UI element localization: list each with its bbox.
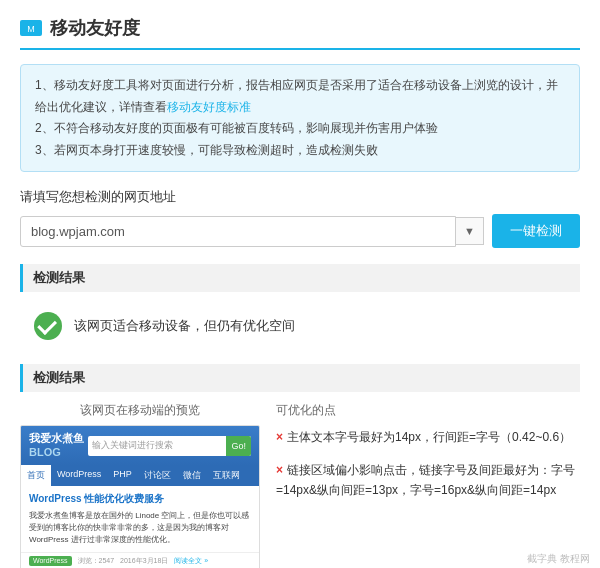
notice-line-1: 1、移动友好度工具将对页面进行分析，报告相应网页是否采用了适合在移动设备上浏览的… xyxy=(35,75,565,118)
check-button[interactable]: 一键检测 xyxy=(492,214,580,248)
notice-link[interactable]: 移动友好度标准 xyxy=(167,100,251,114)
ok-icon xyxy=(34,312,62,340)
preview-search-btn: Go! xyxy=(226,436,251,456)
preview-article-body: 我爱水煮鱼博客是放在国外的 Linode 空间上，但是你也可以感受到的博客比你的… xyxy=(29,510,251,546)
preview-meta1: 浏览：2547 xyxy=(78,556,115,566)
optimize-item-0: 主体文本字号最好为14px，行间距=字号（0.42~0.6） xyxy=(276,427,580,447)
preview-header-bar: 我爱水煮鱼 BLOG 输入关键词进行搜索 Go! xyxy=(21,426,259,464)
preview-search-input-text: 输入关键词进行搜索 xyxy=(88,439,226,452)
result-row: 该网页适合移动设备，但仍有优化空间 xyxy=(20,302,580,350)
title-icon: M xyxy=(20,20,42,36)
page-title: 移动友好度 xyxy=(50,16,140,40)
preview-nav-item-1: WordPress xyxy=(51,465,107,486)
detail-section-header: 检测结果 xyxy=(20,364,580,392)
preview-nav-item-4: 微信 xyxy=(177,465,207,486)
url-dropdown-arrow[interactable]: ▼ xyxy=(456,217,484,245)
notice-line-3: 3、若网页本身打开速度较慢，可能导致检测超时，造成检测失败 xyxy=(35,140,565,162)
page-title-row: M 移动友好度 xyxy=(20,16,580,50)
url-input[interactable] xyxy=(20,216,456,247)
preview-nav: 首页 WordPress PHP 讨论区 微信 互联网 xyxy=(21,465,259,486)
notice-box: 1、移动友好度工具将对页面进行分析，报告相应网页是否采用了适合在移动设备上浏览的… xyxy=(20,64,580,172)
input-label: 请填写您想检测的网页地址 xyxy=(20,188,580,206)
preview-footer-bar: WordPress 浏览：2547 2016年3月18日 阅读全文 » xyxy=(21,552,259,568)
watermark: 截字典 教程网 jiaocheng.dizidian.com xyxy=(489,552,590,568)
preview-logo: 我爱水煮鱼 BLOG xyxy=(29,432,84,458)
preview-right: 可优化的点 主体文本字号最好为14px，行间距=字号（0.42~0.6） 链接区… xyxy=(276,402,580,568)
preview-content: WordPress 性能优化收费服务 我爱水煮鱼博客是放在国外的 Linode … xyxy=(21,486,259,552)
input-row: ▼ 一键检测 xyxy=(20,214,580,248)
preview-frame: 我爱水煮鱼 BLOG 输入关键词进行搜索 Go! 首页 WordPress PH… xyxy=(20,425,260,568)
preview-section: 该网页在移动端的预览 我爱水煮鱼 BLOG 输入关键词进行搜索 Go! 首页 xyxy=(20,402,580,568)
result-text: 该网页适合移动设备，但仍有优化空间 xyxy=(74,317,295,335)
preview-nav-item-0: 首页 xyxy=(21,465,51,486)
preview-left: 该网页在移动端的预览 我爱水煮鱼 BLOG 输入关键词进行搜索 Go! 首页 xyxy=(20,402,260,568)
result-section-header: 检测结果 xyxy=(20,264,580,292)
preview-article-title: WordPress 性能优化收费服务 xyxy=(29,492,251,506)
optimize-title: 可优化的点 xyxy=(276,402,580,419)
page-wrapper: M 移动友好度 1、移动友好度工具将对页面进行分析，报告相应网页是否采用了适合在… xyxy=(0,0,600,568)
preview-nav-item-5: 互联网 xyxy=(207,465,246,486)
preview-read-more: 阅读全文 » xyxy=(174,556,208,566)
preview-nav-item-3: 讨论区 xyxy=(138,465,177,486)
watermark-line1: 截字典 教程网 xyxy=(489,552,590,566)
svg-text:M: M xyxy=(27,24,35,34)
preview-meta2: 2016年3月18日 xyxy=(120,556,168,566)
preview-search-area: 输入关键词进行搜索 Go! xyxy=(88,436,251,456)
optimize-item-1: 链接区域偏小影响点击，链接字号及间距最好为：字号=14px&纵向间距=13px，… xyxy=(276,460,580,501)
notice-line-2: 2、不符合移动友好度的页面极有可能被百度转码，影响展现并伤害用户体验 xyxy=(35,118,565,140)
preview-nav-item-2: PHP xyxy=(107,465,138,486)
preview-tag: WordPress xyxy=(29,556,72,566)
preview-title-label: 该网页在移动端的预览 xyxy=(20,402,260,419)
